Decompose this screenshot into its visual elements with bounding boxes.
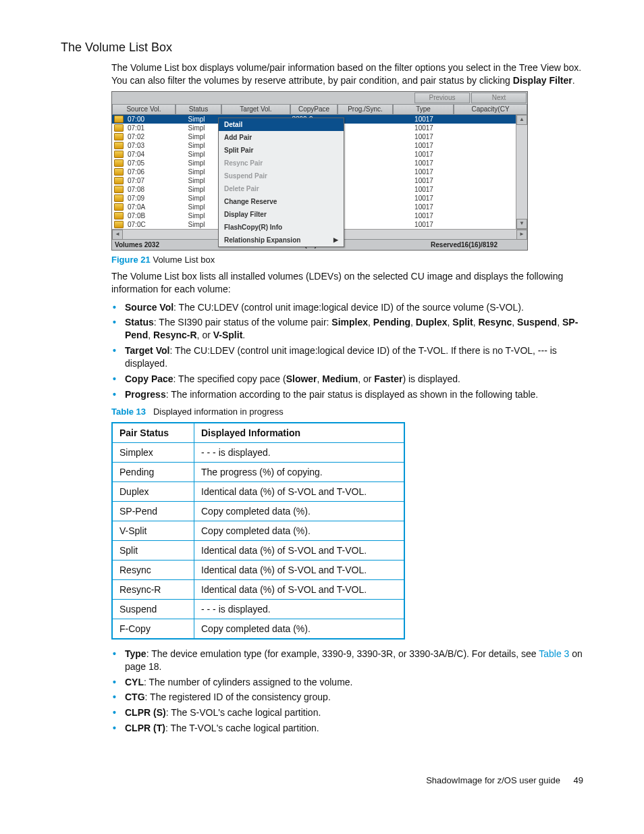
table-row[interactable]: 07:09Simpl [112, 194, 219, 203]
scroll-right-icon[interactable]: ► [516, 230, 527, 240]
table-header: Source Vol. Status Target Vol. CopyPace … [112, 104, 527, 115]
col-capacity[interactable]: Capacity(CY [454, 104, 527, 115]
table-row: Suspend- - - is displayed. [112, 599, 404, 619]
figure-caption: Figure 21 Volume List box [111, 255, 583, 265]
after-figure-paragraph: The Volume List box lists all installed … [111, 270, 583, 296]
previous-button[interactable]: Previous [414, 93, 470, 103]
scroll-up-icon[interactable]: ▲ [516, 115, 527, 125]
intro-tail: . [572, 75, 575, 86]
bullet-list-1: Source Vol: The CU:LDEV (control unit im… [111, 301, 583, 401]
table-row[interactable]: 07:05Simpl [112, 159, 219, 167]
table-row: V-SplitCopy completed data (%). [112, 521, 404, 540]
volume-icon [114, 177, 124, 184]
table-row: Simplex- - - is displayed. [112, 442, 404, 462]
context-menu-item[interactable]: Delete Pair [219, 182, 344, 195]
table-row[interactable]: 07:00Simpl [112, 115, 219, 124]
col-copypace[interactable]: CopyPace [290, 104, 338, 115]
table-caption-text: Displayed information in progress [153, 407, 284, 417]
chevron-right-icon: ▶ [333, 235, 338, 245]
table-row[interactable]: 07:04Simpl [112, 150, 219, 159]
table-row: SP-PendCopy completed data (%). [112, 501, 404, 521]
col-target-vol[interactable]: Target Vol. [221, 104, 290, 115]
context-menu-item[interactable]: FlashCopy(R) Info [219, 221, 344, 234]
context-menu-item[interactable]: Split Pair [219, 144, 344, 157]
table-row[interactable]: 07:02Simpl [112, 132, 219, 141]
volume-icon [114, 168, 124, 176]
th-pair-status: Pair Status [112, 423, 194, 443]
th-displayed-info: Displayed Information [194, 423, 405, 443]
intro-paragraph: The Volume List box displays volume/pair… [111, 61, 583, 87]
cross-ref-link[interactable]: Table 3 [539, 648, 569, 659]
table-row[interactable]: 07:03Simpl [112, 141, 219, 150]
volume-icon [114, 133, 124, 140]
volume-icon [114, 115, 124, 123]
table-row[interactable]: 07:0CSimpl [112, 220, 219, 229]
page-footer: ShadowImage for z/OS user guide 49 [61, 775, 583, 785]
table-row[interactable]: 07:0ASimpl [112, 203, 219, 211]
table-row[interactable]: 07:08Simpl [112, 185, 219, 194]
context-menu-item[interactable]: Resync Pair [219, 157, 344, 170]
list-item: CLPR (T): The T-VOL's cache logical part… [111, 722, 583, 735]
footer-title: ShadowImage for z/OS user guide [426, 775, 560, 785]
scroll-left-icon[interactable]: ◄ [112, 230, 123, 240]
table-row: DuplexIdentical data (%) of S-VOL and T-… [112, 481, 404, 501]
list-item: Source Vol: The CU:LDEV (control unit im… [111, 301, 583, 314]
footer-page-number: 49 [574, 775, 583, 785]
list-item: Target Vol: The CU:LDEV (control unit im… [111, 344, 583, 370]
col-prog-sync[interactable]: Prog./Sync. [338, 104, 393, 115]
table-row[interactable]: 07:07Simpl [112, 176, 219, 185]
vertical-scrollbar[interactable]: ▲ ▼ [516, 115, 527, 229]
context-menu-item[interactable]: Suspend Pair [219, 170, 344, 182]
context-menu[interactable]: DetailAdd PairSplit PairResync PairSuspe… [218, 118, 344, 247]
list-item: CTG: The registered ID of the consistenc… [111, 691, 583, 704]
intro-text: The Volume List box displays volume/pair… [111, 62, 581, 86]
table-label: Table 13 [111, 407, 146, 417]
col-type[interactable]: Type [393, 104, 454, 115]
volume-list-screenshot: Previous Next Source Vol. Status Target … [111, 91, 528, 251]
figure-text: Volume List box [153, 255, 215, 265]
table-row: F-CopyCopy completed data (%). [112, 619, 404, 639]
list-item: CYL: The number of cylinders assigned to… [111, 676, 583, 689]
volume-icon [114, 203, 124, 211]
scroll-down-icon[interactable]: ▼ [516, 219, 527, 229]
table-row[interactable]: 07:06Simpl [112, 167, 219, 176]
col-source-vol[interactable]: Source Vol. [112, 104, 176, 115]
figure-label: Figure 21 [111, 255, 151, 265]
intro-bold: Display Filter [513, 75, 572, 86]
bullet-list-2: Type: The device emulation type (for exa… [111, 648, 583, 735]
context-menu-item[interactable]: Display Filter [219, 208, 344, 221]
volume-icon [114, 159, 124, 167]
table-caption: Table 13 Displayed information in progre… [111, 407, 583, 417]
volume-icon [114, 151, 124, 158]
list-item: CLPR (S): The S-VOL's cache logical part… [111, 706, 583, 719]
table-row: Resync-RIdentical data (%) of S-VOL and … [112, 579, 404, 599]
table-row: SplitIdentical data (%) of S-VOL and T-V… [112, 540, 404, 560]
list-item: Status: The SI390 pair status of the vol… [111, 316, 583, 342]
context-menu-item[interactable]: Relationship Expansion▶ [219, 234, 344, 246]
table-row[interactable]: 07:01Simpl [112, 124, 219, 132]
table-row[interactable]: 07:0BSimpl [112, 211, 219, 220]
next-button[interactable]: Next [471, 93, 527, 103]
volume-icon [114, 124, 124, 132]
context-menu-item[interactable]: Detail [219, 118, 344, 131]
context-menu-item[interactable]: Add Pair [219, 131, 344, 144]
volume-icon [114, 221, 124, 228]
volume-icon [114, 186, 124, 193]
table-row: PendingThe progress (%) of copying. [112, 462, 404, 481]
volume-icon [114, 194, 124, 202]
list-item: Copy Pace: The specified copy pace (Slow… [111, 373, 583, 386]
list-item: Progress: The information according to t… [111, 388, 583, 401]
table-row: ResyncIdentical data (%) of S-VOL and T-… [112, 560, 404, 579]
col-status[interactable]: Status [176, 104, 221, 115]
section-heading: The Volume List Box [61, 41, 583, 55]
footer-reserved: Reserved16(16)/8192 [370, 241, 525, 249]
volume-icon [114, 142, 124, 149]
context-menu-item[interactable]: Change Reserve [219, 195, 344, 208]
progress-info-table: Pair Status Displayed Information Simple… [111, 422, 405, 640]
list-item: Type: The device emulation type (for exa… [111, 648, 583, 673]
volume-icon [114, 212, 124, 219]
